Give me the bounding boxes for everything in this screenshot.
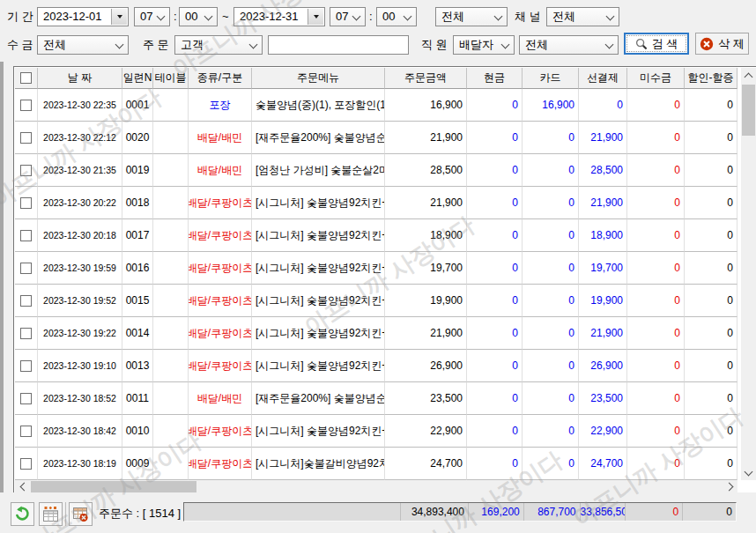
search-button[interactable]: 검 색: [624, 33, 689, 55]
table-row[interactable]: 2023-12-30 21:350019배달/배민[엄청난 가성비] 숯불순살2…: [15, 154, 737, 187]
cell-discount: 0: [685, 415, 737, 448]
hour-from-select[interactable]: 07: [134, 7, 170, 26]
scroll-down-button[interactable]: [741, 465, 756, 480]
checkbox-icon[interactable]: [20, 72, 32, 84]
table-row[interactable]: 2023-12-30 18:190009배달/쿠팡이츠[시그니처]숯불갈비양념9…: [15, 448, 737, 480]
table-row[interactable]: 2023-12-30 20:220018배달/쿠팡이츠[시그니처] 숯불양념92…: [15, 187, 737, 219]
staff-select[interactable]: 전체: [519, 35, 619, 55]
minute-to-value: 00: [382, 10, 395, 23]
cell-serial: 0018: [122, 187, 153, 219]
row-checkbox-cell[interactable]: [15, 89, 38, 122]
channel-select[interactable]: 전체: [546, 7, 619, 26]
select-all-checkbox[interactable]: [15, 68, 38, 89]
cell-menu: [시그니처] 숯불양념92치킨+음: [252, 285, 385, 317]
date-from-picker[interactable]: 2023-12-01: [37, 7, 129, 26]
cell-serial: 0017: [122, 219, 153, 252]
column-header-4[interactable]: 주문메뉴: [252, 68, 385, 89]
row-checkbox-cell[interactable]: [15, 252, 38, 285]
delete-button-label: 삭 제: [718, 36, 745, 52]
order-by-select[interactable]: 고객: [174, 35, 263, 55]
hour-to-select[interactable]: 07: [330, 7, 366, 26]
cell-receivable: 0: [627, 122, 685, 154]
table-row[interactable]: 2023-12-30 18:520011배달/배민[재주문율200%] 숯불양념…: [15, 382, 737, 415]
row-checkbox-cell[interactable]: [15, 154, 38, 187]
table-row[interactable]: 2023-12-30 19:590016배달/쿠팡이츠[시그니처] 숯불양념92…: [15, 252, 737, 285]
table-row[interactable]: 2023-12-30 18:420010배달/쿠팡이츠[시그니처] 숯불양념92…: [15, 415, 737, 448]
toolbar-separator: [65, 502, 66, 526]
row-checkbox-cell[interactable]: [15, 382, 38, 415]
grid-body: 2023-12-30 22:350001포장숯불양념(중)(1), 포장할인(1…: [15, 89, 737, 480]
checkbox-icon[interactable]: [20, 263, 32, 274]
row-checkbox-cell[interactable]: [15, 317, 38, 350]
table-row[interactable]: 2023-12-30 19:520015배달/쿠팡이츠[시그니처] 숯불양념92…: [15, 285, 737, 317]
column-header-2[interactable]: 테이블: [153, 68, 189, 89]
column-header-0[interactable]: 날 짜: [38, 68, 122, 89]
row-checkbox-cell[interactable]: [15, 350, 38, 382]
vertical-scroll-thumb[interactable]: [742, 85, 755, 136]
cell-type: 배달/쿠팡이츠: [189, 448, 252, 480]
add-grid-button[interactable]: [39, 502, 63, 526]
row-checkbox-cell[interactable]: [15, 448, 38, 480]
table-row[interactable]: 2023-12-30 22:120020배달/배민[재주문율200%] 숯불양념…: [15, 122, 737, 154]
refresh-button[interactable]: [11, 502, 34, 526]
scroll-up-button[interactable]: [741, 68, 756, 83]
search-input[interactable]: [268, 35, 409, 55]
row-checkbox-cell[interactable]: [15, 415, 38, 448]
column-header-8[interactable]: 선결제: [579, 68, 627, 89]
scroll-left-button[interactable]: [15, 480, 30, 493]
range-filter-select[interactable]: 전체: [435, 7, 508, 26]
row-checkbox-cell[interactable]: [15, 285, 38, 317]
delete-button[interactable]: 삭 제: [695, 33, 749, 55]
checkbox-icon[interactable]: [20, 393, 32, 404]
chevron-down-icon: [605, 41, 614, 49]
table-row[interactable]: 2023-12-30 22:350001포장숯불양념(중)(1), 포장할인(1…: [15, 89, 737, 122]
cell-prepaid: 21,900: [579, 122, 627, 154]
checkbox-icon[interactable]: [20, 197, 32, 209]
staff-role-select[interactable]: 배달자: [453, 35, 515, 55]
table-row[interactable]: 2023-12-30 20:180017배달/쿠팡이츠[시그니처] 숯불양념92…: [15, 219, 737, 252]
cell-order-amount: 21,900: [385, 317, 467, 350]
cell-card: 0: [523, 122, 579, 154]
column-header-9[interactable]: 미수금: [627, 68, 685, 89]
column-header-10[interactable]: 할인-할증: [685, 68, 737, 89]
date-from-dropdown-button[interactable]: [111, 9, 127, 25]
checkbox-icon[interactable]: [20, 132, 32, 144]
row-checkbox-cell[interactable]: [15, 122, 38, 154]
table-row[interactable]: 2023-12-30 19:100013배달/쿠팡이츠[시그니처] 숯불양념92…: [15, 350, 737, 382]
row-checkbox-cell[interactable]: [15, 219, 38, 252]
table-row[interactable]: 2023-12-30 19:220014배달/쿠팡이츠[시그니처] 숯불양념92…: [15, 317, 737, 350]
scroll-right-button[interactable]: [723, 480, 737, 493]
delete-grid-button[interactable]: [69, 502, 93, 526]
column-header-6[interactable]: 현금: [467, 68, 523, 89]
staff-label: 직 원: [421, 35, 448, 55]
cell-cash: 0: [467, 317, 523, 350]
horizontal-scrollbar[interactable]: [15, 480, 737, 493]
row-checkbox-cell[interactable]: [15, 187, 38, 219]
date-to-picker[interactable]: 2023-12-31: [233, 7, 325, 26]
checkbox-icon[interactable]: [20, 165, 32, 176]
cell-serial: 0009: [122, 448, 153, 480]
checkbox-icon[interactable]: [20, 360, 32, 372]
collect-select[interactable]: 전체: [37, 35, 129, 55]
minute-from-select[interactable]: 00: [179, 7, 218, 26]
checkbox-icon[interactable]: [20, 426, 32, 437]
checkbox-icon[interactable]: [20, 295, 32, 307]
checkbox-icon[interactable]: [20, 100, 32, 111]
cell-date: 2023-12-30 18:19: [38, 448, 122, 480]
cell-discount: 0: [685, 252, 737, 285]
minute-to-select[interactable]: 00: [376, 7, 417, 26]
checkbox-icon[interactable]: [20, 230, 32, 241]
vertical-scrollbar[interactable]: [741, 68, 756, 480]
column-header-1[interactable]: 일련N: [122, 68, 153, 89]
cell-table: [153, 252, 189, 285]
column-header-5[interactable]: 주문금액: [385, 68, 467, 89]
checkbox-icon[interactable]: [20, 458, 32, 470]
checkbox-icon[interactable]: [20, 328, 32, 339]
column-header-3[interactable]: 종류/구분: [189, 68, 252, 89]
cell-card: 0: [523, 154, 579, 187]
horizontal-scroll-thumb[interactable]: [31, 481, 196, 492]
date-to-dropdown-button[interactable]: [308, 9, 323, 25]
column-header-7[interactable]: 카드: [523, 68, 579, 89]
refresh-icon: [14, 506, 31, 522]
orders-grid: 날 짜일련N테이블종류/구분주문메뉴주문금액현금카드선결제미수금할인-할증 20…: [13, 66, 756, 493]
